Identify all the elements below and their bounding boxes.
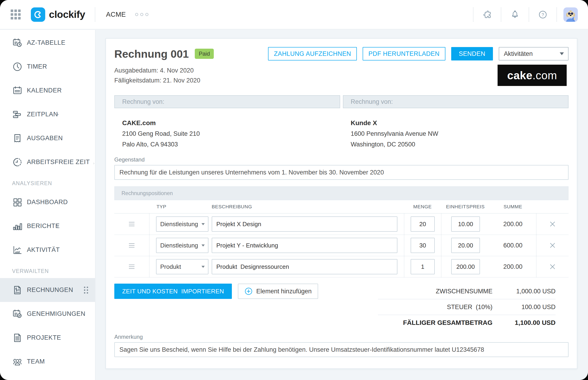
table-footer: ZEIT UND KOSTEN IMPORTIEREN Element hinz… xyxy=(114,284,568,330)
tax-label: STEUER (10%) xyxy=(447,304,492,311)
chevron-right-icon xyxy=(54,112,60,117)
invoice-to-header: Rechnung von: xyxy=(343,95,569,108)
column-unit-price: EINHEITSPREIS xyxy=(441,200,490,213)
item-unit-price-input[interactable] xyxy=(451,238,480,253)
to-address: Kunde X 1600 Pennsylvania Avenue NW Wash… xyxy=(343,108,569,148)
triangle-down-icon xyxy=(201,245,205,247)
row-drag-handle-icon[interactable] xyxy=(129,265,135,269)
sidebar-item-projekte[interactable]: PROJEKTE xyxy=(0,326,95,350)
sidebar-item-label: AZ-TABELLE xyxy=(27,39,65,46)
integrations-puzzle-icon[interactable] xyxy=(473,10,501,19)
from-address-line1: 2100 Geng Road, Suite 210 xyxy=(122,130,340,137)
sidebar: AZ-TABELLE TIMER KALENDER xyxy=(0,30,96,380)
sidebar-item-zeitplan[interactable]: ZEITPLAN xyxy=(0,102,95,126)
svg-text:?: ? xyxy=(542,12,544,17)
download-pdf-button[interactable]: PDF HERUNTERLADEN xyxy=(363,47,445,60)
sidebar-item-genehmigungen[interactable]: GENEHMIGUNGEN xyxy=(0,302,95,326)
triangle-down-icon xyxy=(201,223,205,225)
apps-grid-icon[interactable] xyxy=(11,9,21,19)
activities-dropdown[interactable]: Aktivitäten xyxy=(499,47,568,60)
sidebar-item-label: RECHNUNGEN xyxy=(27,286,73,294)
sidebar-item-kalender[interactable]: KALENDER xyxy=(0,78,95,102)
sidebar-item-az-tabelle[interactable]: AZ-TABELLE xyxy=(0,31,95,55)
item-description-input[interactable] xyxy=(212,216,397,232)
item-unit-price-input[interactable] xyxy=(451,216,480,232)
record-payment-button[interactable]: ZAHLUNG AUFZEICHNEN xyxy=(268,47,357,60)
item-description-input[interactable] xyxy=(212,238,397,253)
delete-row-button[interactable] xyxy=(548,220,557,228)
tax-value: 100.00 USD xyxy=(492,304,556,311)
main-content: Rechnung 001 Paid ZAHLUNG AUFZEICHNEN PD… xyxy=(96,30,588,380)
clockify-logo[interactable]: clockify xyxy=(31,7,85,22)
send-button[interactable]: SENDEN xyxy=(451,47,493,60)
sidebar-section-verwailten: VERWAILTEN xyxy=(0,264,95,278)
topbar: clockify ACME xyxy=(0,0,588,29)
bar-chart-icon xyxy=(12,221,23,231)
item-quantity-input[interactable] xyxy=(411,216,435,232)
item-amount: 200.00 xyxy=(503,263,523,270)
note-input[interactable] xyxy=(114,342,568,357)
sidebar-item-aktivitaet[interactable]: AKTIVITÄT xyxy=(0,238,95,262)
item-unit-price-input[interactable] xyxy=(451,259,480,274)
from-name: CAKE.com xyxy=(122,119,340,127)
sidebar-item-label: ZEITPLAN xyxy=(27,111,58,118)
clockify-logo-text: clockify xyxy=(49,9,85,20)
activity-chart-icon xyxy=(12,245,23,255)
import-time-costs-button[interactable]: ZEIT UND KOSTEN IMPORTIEREN xyxy=(114,284,232,299)
sidebar-item-label: KALENDER xyxy=(27,87,62,94)
triangle-down-icon xyxy=(201,266,205,268)
sidebar-item-rechnungen[interactable]: RECHNUNGEN xyxy=(0,278,95,302)
team-icon xyxy=(12,356,23,367)
item-quantity-input[interactable] xyxy=(411,259,435,274)
subtotal-value: 1,000.00 USD xyxy=(492,288,556,295)
item-type-select[interactable]: Produkt xyxy=(156,259,208,274)
workspace-more-icon[interactable] xyxy=(135,13,148,16)
app-window: clockify ACME xyxy=(0,0,588,380)
item-type-select[interactable]: Dienstleistung xyxy=(156,238,208,253)
sidebar-item-label: AKTIVITÄT xyxy=(27,246,60,253)
sidebar-item-arbeitsfreie-zeit[interactable]: ARBEITSFREIE ZEIT xyxy=(0,150,95,174)
to-address-line1: 1600 Pennsylvania Avenue NW xyxy=(351,130,569,137)
subject-input[interactable] xyxy=(114,165,568,180)
subject-label: Gegenstand xyxy=(114,156,568,163)
delete-row-button[interactable] xyxy=(548,263,557,271)
item-amount: 600.00 xyxy=(503,242,523,249)
sidebar-item-timer[interactable]: TIMER xyxy=(0,55,95,78)
schedule-icon xyxy=(12,109,23,120)
delete-row-button[interactable] xyxy=(548,241,557,249)
drag-handle-icon[interactable] xyxy=(84,287,88,294)
row-drag-handle-icon[interactable] xyxy=(129,243,135,247)
from-address: CAKE.com 2100 Geng Road, Suite 210 Palo … xyxy=(114,108,340,148)
line-items-header: Rechnungspositionen xyxy=(114,186,568,200)
to-address-line2: Washington, DC 20500 xyxy=(351,141,569,148)
sidebar-item-berichte[interactable]: BERICHTE xyxy=(0,214,95,238)
total-due-row: FÄLLIGER GESAMTBETRAG 1,100.00 USD xyxy=(378,315,556,330)
timesheet-icon xyxy=(12,38,23,48)
item-type-select[interactable]: Dienstleistung xyxy=(156,216,208,232)
sidebar-item-team[interactable]: TEAM xyxy=(0,350,95,374)
invoice-actions: ZAHLUNG AUFZEICHNEN PDF HERUNTERLADEN SE… xyxy=(268,47,568,60)
column-quantity: MENGE xyxy=(404,200,441,213)
column-amount: SUMME xyxy=(490,200,536,213)
company-logo: cake.com xyxy=(498,65,567,86)
company-logo-bold: cake xyxy=(507,69,533,82)
sidebar-item-ausgaben[interactable]: AUSGABEN xyxy=(0,126,95,150)
table-header: TYP BESCHREIBUNG MENGE EINHEITSPREIS SUM… xyxy=(114,200,568,214)
status-badge: Paid xyxy=(195,49,214,59)
topbar-right: ? xyxy=(473,7,578,22)
user-avatar[interactable] xyxy=(563,7,578,22)
row-drag-handle-icon[interactable] xyxy=(129,222,135,226)
help-icon[interactable]: ? xyxy=(529,10,556,19)
subtotal-row: ZWISCHENSUMME 1,000.00 USD xyxy=(378,284,556,299)
add-item-button[interactable]: Element hinzufügen xyxy=(238,284,318,299)
notifications-bell-icon[interactable] xyxy=(501,10,529,19)
sidebar-section-analysieren: ANALYSIEREN xyxy=(0,176,95,190)
to-name: Kunde X xyxy=(351,119,569,127)
sidebar-item-label: TEAM xyxy=(27,358,45,365)
page-title: Rechnung 001 xyxy=(114,47,189,60)
item-quantity-input[interactable] xyxy=(411,238,435,253)
workspace-name[interactable]: ACME xyxy=(106,11,126,18)
item-description-input[interactable] xyxy=(212,259,397,274)
sidebar-item-dashboard[interactable]: DASHBOARD xyxy=(0,190,95,214)
calendar-icon xyxy=(12,85,23,96)
